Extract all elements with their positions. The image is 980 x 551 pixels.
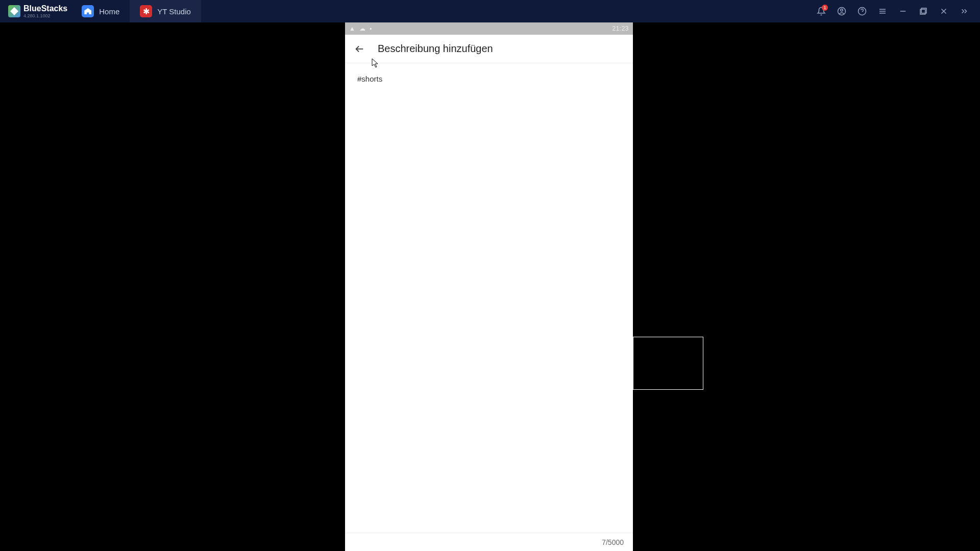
overlay-rectangle bbox=[633, 337, 703, 390]
bluestacks-logo: BlueStacks 4.280.1.1002 bbox=[4, 5, 71, 18]
tab-home[interactable]: Home bbox=[71, 0, 130, 22]
square-icon: ▪ bbox=[370, 25, 372, 32]
back-button[interactable] bbox=[353, 43, 365, 55]
status-left-icons: ▲ ☁ ▪ bbox=[349, 25, 372, 32]
maximize-button[interactable] bbox=[918, 6, 929, 17]
character-counter: 7/5000 bbox=[345, 533, 633, 551]
app-header: Beschreibung hinzufügen bbox=[345, 35, 633, 63]
minimize-button[interactable] bbox=[897, 6, 909, 17]
menu-button[interactable] bbox=[877, 6, 888, 17]
android-status-bar: ▲ ☁ ▪ 21:23 bbox=[345, 22, 633, 35]
help-button[interactable] bbox=[856, 6, 868, 17]
emulator-stage: ▲ ☁ ▪ 21:23 Beschreibung hinzufügen 7/50… bbox=[0, 22, 980, 551]
svg-rect-8 bbox=[920, 9, 925, 14]
description-input[interactable] bbox=[345, 63, 633, 533]
tab-ytstudio[interactable]: YT Studio bbox=[130, 0, 201, 22]
bluestacks-logo-icon bbox=[8, 5, 20, 17]
expand-sidebar-button[interactable] bbox=[959, 6, 970, 17]
notification-badge: 1 bbox=[822, 5, 828, 11]
warning-icon: ▲ bbox=[349, 25, 355, 32]
page-title: Beschreibung hinzufügen bbox=[378, 43, 493, 55]
status-clock: 21:23 bbox=[612, 25, 629, 32]
notifications-button[interactable]: 1 bbox=[816, 6, 827, 17]
account-button[interactable] bbox=[836, 6, 847, 17]
home-icon bbox=[82, 5, 94, 17]
bluestacks-titlebar: BlueStacks 4.280.1.1002 Home YT Studio 1 bbox=[0, 0, 980, 22]
description-area bbox=[345, 63, 633, 533]
cloud-icon: ☁ bbox=[359, 25, 365, 32]
tab-home-label: Home bbox=[99, 7, 119, 16]
bluestacks-logo-text: BlueStacks bbox=[23, 5, 67, 13]
svg-point-1 bbox=[841, 9, 843, 12]
ytstudio-icon bbox=[140, 5, 152, 17]
android-phone-window: ▲ ☁ ▪ 21:23 Beschreibung hinzufügen 7/50… bbox=[345, 22, 633, 551]
close-button[interactable] bbox=[938, 6, 949, 17]
svg-rect-7 bbox=[921, 8, 926, 13]
bluestacks-version: 4.280.1.1002 bbox=[23, 14, 67, 18]
tab-ytstudio-label: YT Studio bbox=[157, 7, 191, 16]
